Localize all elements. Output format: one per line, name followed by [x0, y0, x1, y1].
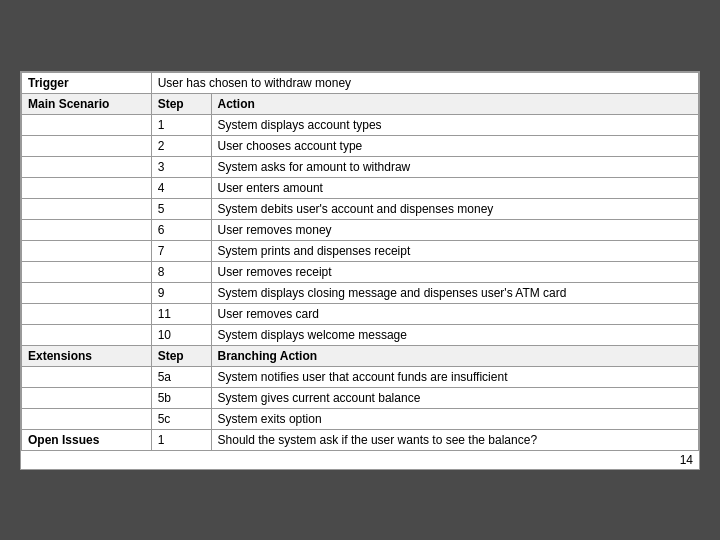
step-value: 10 — [151, 324, 211, 345]
row-label — [22, 282, 152, 303]
row-label — [22, 387, 152, 408]
action-value: System gives current account balance — [211, 387, 698, 408]
action-value: System displays closing message and disp… — [211, 282, 698, 303]
step-value: 11 — [151, 303, 211, 324]
table-row: 5b System gives current account balance — [22, 387, 699, 408]
step-value: 8 — [151, 261, 211, 282]
action-value: Should the system ask if the user wants … — [211, 429, 698, 450]
row-label — [22, 177, 152, 198]
action-value: System exits option — [211, 408, 698, 429]
step-value: 7 — [151, 240, 211, 261]
table-row: 5a System notifies user that account fun… — [22, 366, 699, 387]
extensions-header-row: Extensions Step Branching Action — [22, 345, 699, 366]
row-label — [22, 408, 152, 429]
action-value: User removes card — [211, 303, 698, 324]
step-value: 3 — [151, 156, 211, 177]
row-label — [22, 219, 152, 240]
table-row: 7 System prints and dispenses receipt — [22, 240, 699, 261]
row-label — [22, 240, 152, 261]
step-value: 4 — [151, 177, 211, 198]
open-issues-label: Open Issues — [22, 429, 152, 450]
extensions-label: Extensions — [22, 345, 152, 366]
row-label — [22, 303, 152, 324]
main-table: Trigger User has chosen to withdraw mone… — [21, 72, 699, 451]
page-number: 14 — [21, 451, 699, 469]
row-label — [22, 366, 152, 387]
row-label — [22, 156, 152, 177]
open-issues-row: Open Issues 1 Should the system ask if t… — [22, 429, 699, 450]
extensions-step-header: Step — [151, 345, 211, 366]
step-value: 5 — [151, 198, 211, 219]
slide-container: Trigger User has chosen to withdraw mone… — [20, 71, 700, 470]
main-scenario-label: Main Scenario — [22, 93, 152, 114]
step-value: 2 — [151, 135, 211, 156]
step-value: 5b — [151, 387, 211, 408]
action-value: System asks for amount to withdraw — [211, 156, 698, 177]
table-row: 5 System debits user's account and dispe… — [22, 198, 699, 219]
action-value: User removes receipt — [211, 261, 698, 282]
extensions-action-header: Branching Action — [211, 345, 698, 366]
trigger-row: Trigger User has chosen to withdraw mone… — [22, 72, 699, 93]
step-value: 1 — [151, 114, 211, 135]
table-row: 1 System displays account types — [22, 114, 699, 135]
table-row: 10 System displays welcome message — [22, 324, 699, 345]
table-row: 6 User removes money — [22, 219, 699, 240]
trigger-value: User has chosen to withdraw money — [151, 72, 698, 93]
step-value: 1 — [151, 429, 211, 450]
step-value: 9 — [151, 282, 211, 303]
table-row: 8 User removes receipt — [22, 261, 699, 282]
row-label — [22, 324, 152, 345]
action-value: User removes money — [211, 219, 698, 240]
table-row: 4 User enters amount — [22, 177, 699, 198]
table-row: 5c System exits option — [22, 408, 699, 429]
table-row: 3 System asks for amount to withdraw — [22, 156, 699, 177]
table-row: 11 User removes card — [22, 303, 699, 324]
row-label — [22, 114, 152, 135]
action-value: System notifies user that account funds … — [211, 366, 698, 387]
step-value: 5c — [151, 408, 211, 429]
action-value: System displays welcome message — [211, 324, 698, 345]
action-value: System debits user's account and dispens… — [211, 198, 698, 219]
step-value: 5a — [151, 366, 211, 387]
step-value: 6 — [151, 219, 211, 240]
table-row: 9 System displays closing message and di… — [22, 282, 699, 303]
action-header: Action — [211, 93, 698, 114]
step-header: Step — [151, 93, 211, 114]
action-value: User chooses account type — [211, 135, 698, 156]
table-row: 2 User chooses account type — [22, 135, 699, 156]
row-label — [22, 198, 152, 219]
action-value: System prints and dispenses receipt — [211, 240, 698, 261]
row-label — [22, 135, 152, 156]
action-value: User enters amount — [211, 177, 698, 198]
main-scenario-header-row: Main Scenario Step Action — [22, 93, 699, 114]
action-value: System displays account types — [211, 114, 698, 135]
row-label — [22, 261, 152, 282]
trigger-label: Trigger — [22, 72, 152, 93]
